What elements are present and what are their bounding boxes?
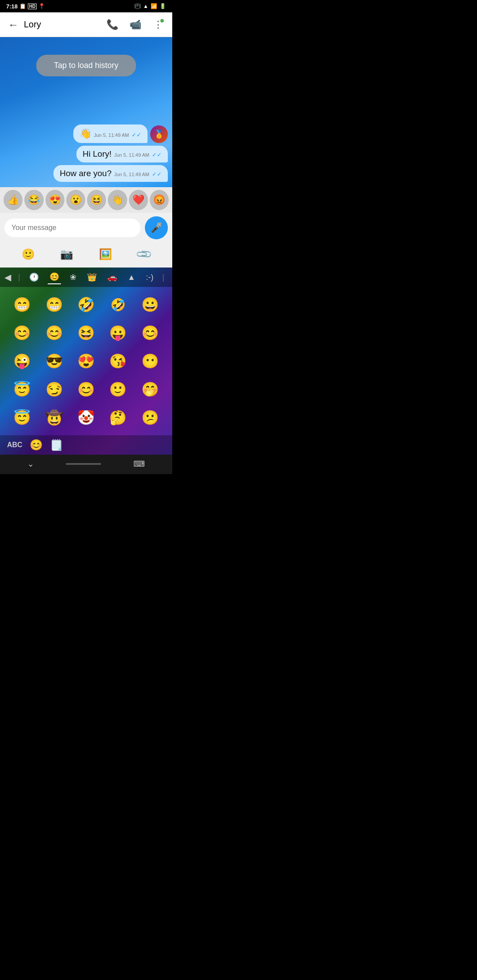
list-item[interactable]: 🤣 <box>71 291 101 318</box>
message-input[interactable] <box>4 219 140 237</box>
transport-tab[interactable]: 🚗 <box>106 271 119 284</box>
shapes-tab[interactable]: ▲ <box>126 271 137 284</box>
tab-divider-2: | <box>163 273 165 282</box>
message-bubble: Hi Lory! Jun 5, 11:49 AM ✓✓ <box>76 146 168 162</box>
table-row: Hi Lory! Jun 5, 11:49 AM ✓✓ <box>4 146 168 162</box>
message-text: How are you? <box>60 169 111 178</box>
home-bar[interactable] <box>66 463 101 465</box>
emoji-picker-icon: 🙂 <box>22 248 35 260</box>
battery-icon: 🔋 <box>159 3 166 9</box>
crown-tab[interactable]: 👑 <box>85 271 98 284</box>
keyboard-toggle-button[interactable]: ⌨ <box>128 457 150 471</box>
location-icon: 📍 <box>38 3 45 9</box>
message-time: Jun 5, 11:49 AM <box>114 172 150 177</box>
list-item[interactable]: 😛 <box>103 320 133 346</box>
list-item[interactable]: 🤣 <box>103 291 133 318</box>
back-arrow-icon: ← <box>8 19 19 31</box>
emoji-keyboard-tabs: ◀ | 🕐 😊 ❀ 👑 🚗 ▲ :-) | <box>0 268 172 287</box>
list-item[interactable]: 😊 <box>135 320 165 346</box>
keyboard-collapse-button[interactable]: ◀ <box>4 272 11 283</box>
message-read-receipt: ✓✓ <box>152 171 162 177</box>
quick-emoji-bar: 👍 😂 😍 😮 😆 👋 ❤️ 😡 <box>0 187 172 213</box>
message-text: Hi Lory! <box>83 149 111 159</box>
list-item[interactable]: 😊 <box>39 320 69 346</box>
gallery-button[interactable]: 🖼️ <box>97 245 114 263</box>
wifi-icon: ▲ <box>143 3 148 9</box>
message-bubble: How are you? Jun 5, 11:49 AM ✓✓ <box>53 165 168 182</box>
app-bar: ← Lory 📞 📹 ⋮ <box>0 12 172 37</box>
list-item[interactable]: 😇 <box>7 376 37 403</box>
list-item[interactable]: 🙂 <box>103 376 133 403</box>
camera-button[interactable]: 📷 <box>58 245 76 263</box>
clipboard-icon: 📋 <box>19 3 26 9</box>
mic-button[interactable]: 🎤 <box>145 216 168 239</box>
quick-emoji-angry[interactable]: 😡 <box>150 190 169 210</box>
emoticons-tab[interactable]: :-) <box>144 271 155 284</box>
smileys-tab[interactable]: 😊 <box>48 270 61 284</box>
list-item[interactable]: 🤔 <box>103 404 133 431</box>
call-button[interactable]: 📞 <box>102 15 122 34</box>
avatar-badge-icon: 🏅 <box>154 129 164 139</box>
hd-icon: HD <box>28 4 37 9</box>
recent-tab[interactable]: 🕐 <box>27 271 41 284</box>
more-options-button[interactable]: ⋮ <box>148 15 168 34</box>
messages-list: 👋 Jun 5, 11:49 AM ✓✓ 🏅 Hi Lory! Jun 5, 1… <box>4 124 168 182</box>
status-time: 7:18 <box>6 3 18 10</box>
list-item[interactable]: 😘 <box>103 348 133 374</box>
load-history-button[interactable]: Tap to load history <box>36 55 136 76</box>
message-time: Jun 5, 11:49 AM <box>94 132 129 138</box>
message-bubble: 👋 Jun 5, 11:49 AM ✓✓ <box>73 124 148 143</box>
list-item[interactable]: 😁 <box>39 291 69 318</box>
nav-bar: ⌄ ⌨ <box>0 455 172 474</box>
list-item[interactable]: 😕 <box>135 404 165 431</box>
list-item[interactable]: 😇 <box>7 404 37 431</box>
list-item[interactable]: 🤠 <box>39 404 69 431</box>
attachment-button[interactable]: 📎 <box>135 245 153 263</box>
list-item[interactable]: 😊 <box>7 320 37 346</box>
video-icon: 📹 <box>129 19 141 30</box>
emoji-picker-button[interactable]: 🙂 <box>19 245 37 263</box>
video-call-button[interactable]: 📹 <box>125 15 145 34</box>
quick-emoji-heart-eyes[interactable]: 😍 <box>45 190 64 210</box>
status-bar: 7:18 📋 HD 📍 📳 ▲ 📶 🔋 <box>0 0 172 12</box>
quick-emoji-heart[interactable]: ❤️ <box>129 190 148 210</box>
list-item[interactable]: 😍 <box>71 348 101 374</box>
sticker-button[interactable]: 🗒️ <box>50 439 63 451</box>
mic-icon: 🎤 <box>151 222 163 234</box>
table-row: How are you? Jun 5, 11:49 AM ✓✓ <box>4 165 168 182</box>
nature-tab[interactable]: ❀ <box>68 271 78 284</box>
list-item[interactable]: 😜 <box>7 348 37 374</box>
list-item[interactable]: 😁 <box>7 291 37 318</box>
message-read-receipt: ✓✓ <box>132 132 141 138</box>
list-item[interactable]: 😎 <box>39 348 69 374</box>
nav-back-button[interactable]: ⌄ <box>22 457 39 471</box>
smiley-keyboard-button[interactable]: 😊 <box>30 439 43 451</box>
signal-icon: 📶 <box>151 3 157 9</box>
list-item[interactable]: 🤭 <box>135 376 165 403</box>
heart-icon: ❤️ <box>132 194 144 206</box>
chat-area: Tap to load history 👋 Jun 5, 11:49 AM ✓✓… <box>0 37 172 187</box>
status-left: 7:18 📋 HD 📍 <box>6 3 45 10</box>
angry-icon: 😡 <box>153 194 165 206</box>
grin-icon: 😆 <box>91 194 102 206</box>
list-item[interactable]: 😶 <box>135 348 165 374</box>
online-indicator <box>160 19 164 23</box>
quick-emoji-grin[interactable]: 😆 <box>87 190 106 210</box>
quick-emoji-thumbsup[interactable]: 👍 <box>4 190 23 210</box>
heart-eyes-icon: 😍 <box>49 194 61 206</box>
list-item[interactable]: 😏 <box>39 376 69 403</box>
quick-emoji-wow[interactable]: 😮 <box>66 190 85 210</box>
message-toolbar: 🙂 📷 🖼️ 📎 <box>0 243 172 268</box>
list-item[interactable]: 🤡 <box>71 404 101 431</box>
abc-keyboard-button[interactable]: ABC <box>7 441 23 449</box>
quick-emoji-wave[interactable]: 👋 <box>108 190 127 210</box>
list-item[interactable]: 😊 <box>71 376 101 403</box>
quick-emoji-laugh[interactable]: 😂 <box>24 190 43 210</box>
list-item[interactable]: 😆 <box>71 320 101 346</box>
back-button[interactable]: ← <box>4 16 22 34</box>
status-right: 📳 ▲ 📶 🔋 <box>134 3 166 9</box>
table-row: 👋 Jun 5, 11:49 AM ✓✓ 🏅 <box>4 124 168 143</box>
wow-icon: 😮 <box>70 194 82 206</box>
avatar: 🏅 <box>150 125 168 143</box>
list-item[interactable]: 😀 <box>135 291 165 318</box>
